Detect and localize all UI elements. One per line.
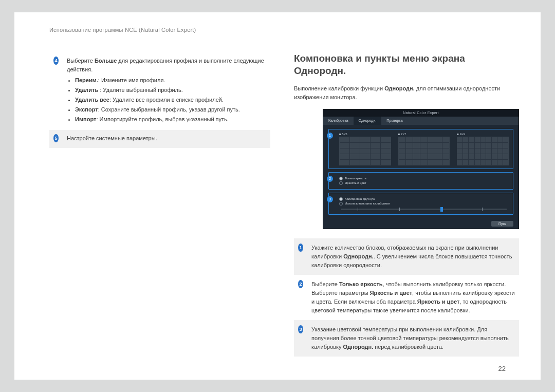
step-4-content: Выберите Больше для редактирования профи… [63,52,270,130]
callout-number: 1 [298,244,303,252]
callout-number: 2 [298,280,303,288]
profile-action-item: Переим.: Измените имя профиля. [75,76,266,85]
document-page: Использование программы NCE (Natural Col… [14,12,541,380]
callout-number: 3 [298,325,303,333]
app-screenshot: Natural Color Expert КалибровкаОднородн.… [323,109,519,229]
step-number-4: 4 [53,57,59,65]
page-number: 22 [498,365,506,372]
section-lead: Выполнение калибровки функции Однородн. … [294,84,519,102]
chapter-header: Использование программы NCE (Natural Col… [49,27,196,33]
callout-text: Укажите количество блоков, отображаемых … [307,238,519,275]
screenshot-titlebar: Natural Color Expert [323,109,519,117]
callout-text: Указание цветовой температуры при выполн… [307,320,519,357]
profile-action-item: Импорт: Импортируйте профиль, выбрав ука… [75,115,266,124]
screenshot-panel-2: 2 Только яркость Яркость и цвет [328,172,513,190]
profile-action-item: Удалить : Удалите выбранный профиль. [75,86,266,95]
screenshot-panel-1: 1 ■ 5×5 ■ 7×7 ■ 9×9 [328,129,513,169]
callout-table: 1Укажите количество блоков, отображаемых… [294,238,519,357]
profile-action-item: Экспорт: Сохраните выбранный профиль, ук… [75,105,266,114]
screenshot-tab: Калибровка [323,117,354,125]
left-column: 4 Выберите Больше для редактирования про… [49,52,270,359]
screenshot-tab: Проверка [381,117,408,125]
right-column: Компоновка и пункты меню экрана Однородн… [294,52,519,359]
step-5-content: Настройте системные параметры. [63,130,270,148]
screenshot-tab: Однородн. [354,117,382,125]
profile-action-item: Удалить все: Удалите все профили в списк… [75,96,266,104]
screenshot-start-button: Пуск [491,221,513,227]
callout-text: Выберите Только яркость, чтобы выполнить… [307,275,519,320]
section-title: Компоновка и пункты меню экрана Однородн… [294,52,519,77]
step-number-5: 5 [53,134,59,142]
screenshot-panel-3: 3 Калибровка вручную Использовать цель к… [328,193,513,215]
